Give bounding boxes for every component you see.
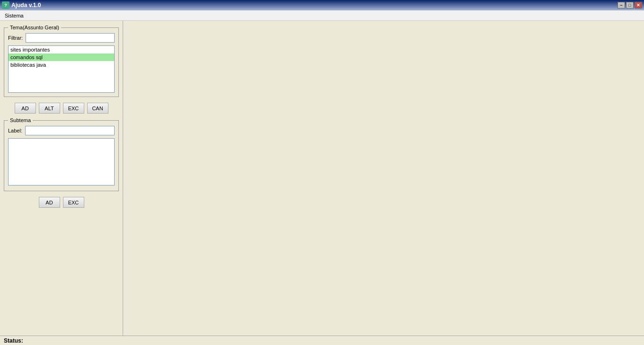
subtema-legend: Subtema bbox=[8, 117, 33, 123]
filter-label: Filtrar: bbox=[8, 35, 23, 41]
title-bar: ? Ajuda v.1.0 − □ ✕ bbox=[0, 0, 644, 10]
left-panel: Tema(Assunto Geral) Filtrar: sites impor… bbox=[0, 21, 123, 336]
list-item[interactable]: bibliotecas java bbox=[9, 61, 114, 69]
status-bar: Status: bbox=[0, 336, 644, 345]
tema-listbox[interactable]: sites importantes comandos sql bibliotec… bbox=[8, 45, 115, 93]
label-row: Label: bbox=[8, 126, 115, 135]
exc-button-top[interactable]: EXC bbox=[63, 103, 84, 114]
menu-bar: Sistema bbox=[0, 10, 644, 21]
tema-group: Tema(Assunto Geral) Filtrar: sites impor… bbox=[4, 25, 119, 97]
app-icon: ? bbox=[2, 1, 9, 9]
minimize-button[interactable]: − bbox=[617, 2, 625, 9]
subtema-group: Subtema Label: bbox=[4, 117, 119, 191]
subtema-label-input[interactable] bbox=[25, 126, 115, 135]
ad-button-top[interactable]: AD bbox=[15, 103, 36, 114]
can-button[interactable]: CAN bbox=[87, 103, 108, 114]
ad-button-bottom[interactable]: AD bbox=[39, 197, 60, 208]
subtema-textarea[interactable] bbox=[8, 138, 115, 186]
maximize-button[interactable]: □ bbox=[626, 2, 634, 9]
tema-button-row: AD ALT EXC CAN bbox=[4, 103, 119, 114]
tema-legend: Tema(Assunto Geral) bbox=[8, 25, 61, 30]
filter-row: Filtrar: bbox=[8, 33, 115, 43]
list-item[interactable]: comandos sql bbox=[9, 53, 114, 61]
label-text: Label: bbox=[8, 128, 22, 133]
exc-button-bottom[interactable]: EXC bbox=[63, 197, 84, 208]
menu-sistema[interactable]: Sistema bbox=[2, 12, 27, 19]
title-bar-controls: − □ ✕ bbox=[617, 2, 642, 9]
right-panel bbox=[123, 21, 644, 336]
list-item[interactable]: sites importantes bbox=[9, 46, 114, 53]
title-bar-left: ? Ajuda v.1.0 bbox=[2, 1, 41, 9]
close-button[interactable]: ✕ bbox=[635, 2, 642, 9]
main-content: Tema(Assunto Geral) Filtrar: sites impor… bbox=[0, 21, 644, 336]
status-label: Status: bbox=[4, 337, 23, 344]
subtema-button-row: AD EXC bbox=[4, 197, 119, 208]
filter-input[interactable] bbox=[26, 33, 115, 43]
alt-button[interactable]: ALT bbox=[39, 103, 60, 114]
title-bar-text: Ajuda v.1.0 bbox=[11, 2, 41, 9]
